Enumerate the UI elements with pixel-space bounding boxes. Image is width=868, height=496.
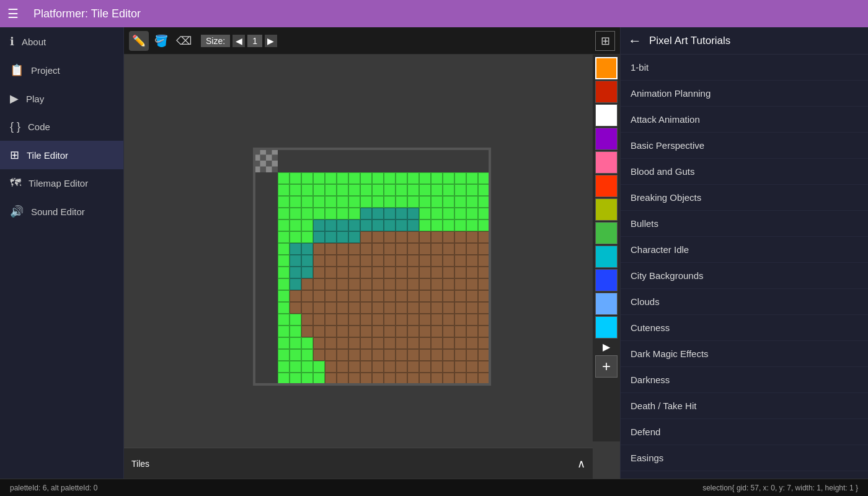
tutorials-list: 1-bitAnimation PlanningAttack AnimationB… — [621, 55, 868, 479]
sidebar-icon-tilemap-editor: 🗺 — [10, 177, 21, 190]
color-swatch-4[interactable] — [595, 151, 618, 174]
tile-canvas[interactable] — [253, 148, 491, 386]
color-swatch-10[interactable] — [595, 293, 618, 315]
right-panel-header: ← Pixel Art Tutorials — [621, 27, 868, 55]
tutorial-item-character-idle[interactable]: Character Idle — [621, 237, 868, 263]
pencil-tool-button[interactable]: ✏️ — [129, 31, 149, 51]
palette-arrow[interactable]: ▶ — [601, 340, 611, 354]
size-decrease-button[interactable]: ◀ — [232, 35, 245, 47]
tutorial-item-death-take-hit[interactable]: Death / Take Hit — [621, 393, 868, 419]
tutorial-item-city-backgrounds[interactable]: City Backgrounds — [621, 263, 868, 289]
sidebar-item-sound-editor[interactable]: 🔊Sound Editor — [0, 197, 123, 226]
status-bar: paletteId: 6, alt paletteId: 0 selection… — [0, 479, 868, 496]
sidebar-label-code: Code — [28, 122, 50, 132]
sidebar-icon-project: 📋 — [10, 63, 24, 77]
color-swatch-0[interactable] — [595, 57, 618, 79]
sidebar-label-sound-editor: Sound Editor — [31, 206, 85, 217]
sidebar: ℹAbout📋Project▶Play{ }Code⊞Tile Editor🗺T… — [0, 27, 124, 479]
tutorial-item-clouds[interactable]: Clouds — [621, 289, 868, 315]
sidebar-item-tile-editor[interactable]: ⊞Tile Editor — [0, 141, 123, 169]
size-label: Size: — [201, 35, 230, 47]
sidebar-item-play[interactable]: ▶Play — [0, 84, 123, 113]
app-title: Platformer: Tile Editor — [33, 7, 141, 20]
sidebar-label-project: Project — [31, 65, 60, 76]
tutorial-item-basic-perspective[interactable]: Basic Perspective — [621, 133, 868, 159]
editor-toolbar: ✏️ 🪣 ⌫ Size: ◀ 1 ▶ ⊞ — [124, 27, 620, 55]
sidebar-label-about: About — [22, 37, 46, 47]
fill-tool-button[interactable]: 🪣 — [151, 31, 171, 51]
color-swatch-9[interactable] — [595, 269, 618, 291]
tutorial-item-breaking-objects[interactable]: Breaking Objects — [621, 185, 868, 211]
tutorial-item-1bit[interactable]: 1-bit — [621, 55, 868, 81]
color-swatch-7[interactable] — [595, 222, 618, 244]
tiles-panel: Tiles ∧ — [124, 448, 593, 479]
size-increase-button[interactable]: ▶ — [265, 35, 277, 47]
main-content: ℹAbout📋Project▶Play{ }Code⊞Tile Editor🗺T… — [0, 27, 868, 479]
tutorial-item-blood-and-guts[interactable]: Blood and Guts — [621, 159, 868, 185]
tutorial-item-darkness[interactable]: Darkness — [621, 367, 868, 393]
status-right: selection{ gid: 57, x: 0, y: 7, width: 1… — [702, 484, 858, 492]
palette-strip: ▶+ — [593, 55, 620, 441]
tiles-panel-chevron[interactable]: ∧ — [577, 457, 585, 471]
color-swatch-1[interactable] — [595, 81, 618, 103]
sidebar-item-code[interactable]: { }Code — [0, 113, 123, 141]
eraser-tool-button[interactable]: ⌫ — [174, 31, 193, 51]
color-swatch-8[interactable] — [595, 246, 618, 268]
color-swatch-2[interactable] — [595, 104, 618, 126]
sidebar-icon-sound-editor: 🔊 — [10, 205, 24, 218]
tutorial-item-attack-animation[interactable]: Attack Animation — [621, 107, 868, 133]
sidebar-label-tilemap-editor: Tilemap Editor — [29, 178, 88, 188]
status-left: paletteId: 6, alt paletteId: 0 — [10, 484, 97, 492]
tutorial-item-dark-magic-effects[interactable]: Dark Magic Effects — [621, 341, 868, 367]
tutorial-item-easings[interactable]: Easings — [621, 445, 868, 471]
sidebar-item-about[interactable]: ℹAbout — [0, 27, 123, 56]
tutorial-item-animation-planning[interactable]: Animation Planning — [621, 81, 868, 107]
tutorial-item-electricity[interactable]: Electricity — [621, 471, 868, 479]
color-swatch-5[interactable] — [595, 175, 618, 197]
color-swatch-3[interactable] — [595, 128, 618, 150]
sidebar-icon-tile-editor: ⊞ — [10, 148, 19, 162]
grid-toggle-button[interactable]: ⊞ — [595, 31, 615, 51]
editor-area: ✏️ 🪣 ⌫ Size: ◀ 1 ▶ ⊞ ▶+ Tiles ∧ — [124, 27, 620, 479]
menu-icon[interactable]: ☰ — [7, 6, 19, 21]
sidebar-label-play: Play — [26, 94, 44, 104]
sidebar-icon-about: ℹ — [10, 35, 14, 48]
topbar: ☰ Platformer: Tile Editor — [0, 0, 868, 27]
canvas-container — [124, 55, 620, 479]
color-swatch-11[interactable] — [595, 316, 618, 339]
tutorial-item-defend[interactable]: Defend — [621, 419, 868, 445]
right-panel-title: Pixel Art Tutorials — [649, 35, 730, 47]
tutorial-item-bullets[interactable]: Bullets — [621, 211, 868, 237]
size-control: Size: ◀ 1 ▶ — [201, 35, 277, 47]
sidebar-icon-play: ▶ — [10, 92, 19, 105]
back-button[interactable]: ← — [628, 33, 642, 49]
tutorial-item-cuteness[interactable]: Cuteness — [621, 315, 868, 341]
add-color-button[interactable]: + — [595, 355, 618, 378]
sidebar-item-project[interactable]: 📋Project — [0, 56, 123, 84]
tiles-panel-label: Tiles — [131, 459, 572, 469]
right-panel: ← Pixel Art Tutorials 1-bitAnimation Pla… — [620, 27, 868, 479]
sidebar-item-tilemap-editor[interactable]: 🗺Tilemap Editor — [0, 169, 123, 197]
sidebar-icon-code: { } — [10, 120, 20, 133]
sidebar-label-tile-editor: Tile Editor — [27, 150, 68, 161]
color-swatch-6[interactable] — [595, 198, 618, 221]
size-value: 1 — [247, 35, 262, 47]
